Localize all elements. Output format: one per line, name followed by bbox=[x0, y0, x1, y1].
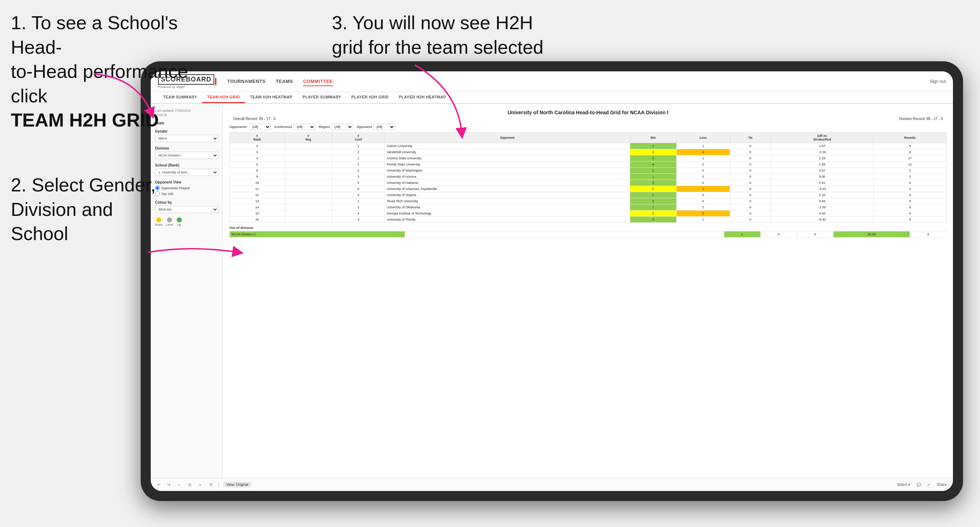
cell-tie: 0 bbox=[730, 180, 771, 186]
zoom-btn[interactable]: ⤢ bbox=[926, 482, 932, 487]
cell-opponent: University of Alabama bbox=[385, 180, 630, 186]
cell-diff: -1.00 bbox=[771, 205, 873, 211]
cell-reg bbox=[285, 149, 332, 156]
cell-opponent: Vanderbilt University bbox=[385, 149, 630, 156]
cell-diff: 2.29 bbox=[771, 156, 873, 162]
sidebar-opponent-view-label: Opponent View bbox=[155, 180, 218, 184]
cell-opponent: Auburn University bbox=[385, 143, 630, 149]
cell-rank: 14 bbox=[230, 205, 285, 211]
colour-by-select[interactable]: Win/Loss bbox=[155, 206, 218, 213]
cell-conf: 1 bbox=[332, 198, 385, 205]
cell-rounds: 8 bbox=[873, 180, 947, 186]
sidebar-division-label: Division bbox=[155, 146, 218, 150]
overall-record: Overall Record: 89 - 17 - 0 bbox=[233, 117, 275, 121]
cell-opponent: Georgia Institute of Technology bbox=[385, 211, 630, 217]
table-row: 12 3 University of Virginia 1 0 0 2.33 3 bbox=[230, 192, 947, 198]
grid-area: University of North Carolina Head-to-Hea… bbox=[223, 104, 953, 478]
table-row: 3 2 Vanderbilt University 0 4 0 -2.29 8 bbox=[230, 149, 947, 156]
cell-win: 1 bbox=[630, 205, 676, 211]
cell-reg bbox=[285, 198, 332, 205]
filter-region-select[interactable]: (All) bbox=[331, 124, 353, 130]
cell-rank: 15 bbox=[230, 211, 285, 217]
cell-reg bbox=[285, 143, 332, 149]
arrow-3 bbox=[379, 61, 480, 141]
back-btn[interactable]: ← bbox=[176, 482, 183, 487]
od-tie: 0 bbox=[797, 232, 833, 238]
cell-tie: 0 bbox=[730, 205, 771, 211]
cell-rounds: 9 bbox=[873, 143, 947, 149]
cell-loss: 2 bbox=[676, 162, 730, 168]
cell-opponent: Texas Tech University bbox=[385, 198, 630, 205]
filter-conference: Conference (All) bbox=[275, 124, 316, 130]
cell-loss: 1 bbox=[676, 217, 730, 223]
filter-conference-select[interactable]: (All) bbox=[294, 124, 315, 130]
view-original-btn[interactable]: View: Original bbox=[223, 482, 251, 487]
cell-conf: 2 bbox=[332, 149, 385, 156]
col-loss: Loss bbox=[676, 133, 730, 143]
cell-reg bbox=[285, 217, 332, 223]
cell-rank: 3 bbox=[230, 149, 285, 156]
sidebar-school-label: School (Rank) bbox=[155, 163, 218, 167]
cell-rank: 13 bbox=[230, 198, 285, 205]
sidebar: Last Updated: 27/03/2024 16:55:38 Team G… bbox=[151, 104, 223, 478]
cell-rank: 9 bbox=[230, 174, 285, 180]
nav-teams[interactable]: TEAMS bbox=[275, 77, 293, 86]
cell-diff: -2.29 bbox=[771, 149, 873, 156]
table-row: 14 2 University of Oklahoma 1 2 0 -1.00 … bbox=[230, 205, 947, 211]
cell-win: 4 bbox=[630, 162, 676, 168]
cell-reg bbox=[285, 211, 332, 217]
redo-btn[interactable]: ↪ bbox=[166, 482, 172, 487]
cell-tie: 0 bbox=[730, 217, 771, 223]
table-row: 8 2 University of Washington 1 0 0 3.67 … bbox=[230, 168, 947, 174]
cell-loss: 1 bbox=[676, 186, 730, 192]
filter-region-label: Region bbox=[319, 125, 330, 129]
cell-diff: 9.00 bbox=[771, 174, 873, 180]
cell-conf: 3 bbox=[332, 174, 385, 180]
clock-btn[interactable]: ⏱ bbox=[208, 482, 214, 487]
gender-select[interactable]: Men's bbox=[155, 135, 218, 142]
undo-btn[interactable]: ↩ bbox=[156, 482, 162, 487]
cell-win: 0 bbox=[630, 186, 676, 192]
table-row: 9 3 University of Arizona 1 0 0 9.00 2 bbox=[230, 174, 947, 180]
radio-top-100[interactable]: Top 100 bbox=[155, 191, 218, 196]
od-loss: 0 bbox=[760, 232, 797, 238]
cell-conf: 1 bbox=[332, 156, 385, 162]
cell-diff: -6.42 bbox=[771, 217, 873, 223]
table-row: 11 6 University of Arkansas, Fayettevill… bbox=[230, 186, 947, 192]
cell-opponent: Florida State University bbox=[385, 162, 630, 168]
cell-win: 1 bbox=[630, 168, 676, 174]
cell-win: 3 bbox=[630, 198, 676, 205]
division-record: Division Record: 88 - 17 - 0 bbox=[899, 117, 943, 121]
add-btn[interactable]: ＋ bbox=[197, 482, 204, 488]
nav-committee[interactable]: COMMITTEE bbox=[303, 77, 333, 86]
col-diff: Diff AvStrokes/Rnd bbox=[771, 133, 873, 143]
crop-btn[interactable]: ⊡ bbox=[187, 482, 192, 487]
cell-diff: 1.83 bbox=[771, 162, 873, 168]
tab-player-summary[interactable]: PLAYER SUMMARY bbox=[298, 92, 346, 103]
sign-out-link[interactable]: Sign out bbox=[930, 79, 946, 84]
cell-win: 2 bbox=[630, 143, 676, 149]
grid-records: Overall Record: 89 - 17 - 0 Division Rec… bbox=[229, 117, 947, 121]
comment-btn[interactable]: 💬 bbox=[915, 482, 922, 487]
sidebar-colour-section: Colour by Win/Loss bbox=[155, 200, 218, 213]
radio-opponents-played[interactable]: Opponents Played bbox=[155, 186, 218, 190]
share-btn[interactable]: Share bbox=[935, 482, 948, 487]
cell-conf: 4 bbox=[332, 211, 385, 217]
watch-btn[interactable]: Watch ▾ bbox=[896, 482, 912, 487]
cell-opponent: University of Oklahoma bbox=[385, 205, 630, 211]
table-row: 13 1 Texas Tech University 3 0 0 5.56 9 bbox=[230, 198, 947, 205]
cell-rounds: 3 bbox=[873, 168, 947, 174]
cell-reg bbox=[285, 168, 332, 174]
school-select[interactable]: 1. University of Nort... bbox=[155, 169, 218, 176]
cell-opponent: University of Virginia bbox=[385, 192, 630, 198]
division-select[interactable]: NCAA Division I bbox=[155, 152, 218, 159]
tab-team-h2h-grid[interactable]: TEAM H2H GRID bbox=[202, 92, 245, 103]
tab-team-h2h-heatmap[interactable]: TEAM H2H HEATMAP bbox=[245, 92, 298, 103]
cell-conf: 2 bbox=[332, 205, 385, 211]
cell-loss: 0 bbox=[676, 168, 730, 174]
nav-tournaments[interactable]: TOURNAMENTS bbox=[227, 77, 266, 86]
cell-win: 3 bbox=[630, 217, 676, 223]
col-reg: #Reg bbox=[285, 133, 332, 143]
cell-conf: 1 bbox=[332, 143, 385, 149]
filter-opponents-select[interactable]: (All) bbox=[249, 124, 271, 130]
